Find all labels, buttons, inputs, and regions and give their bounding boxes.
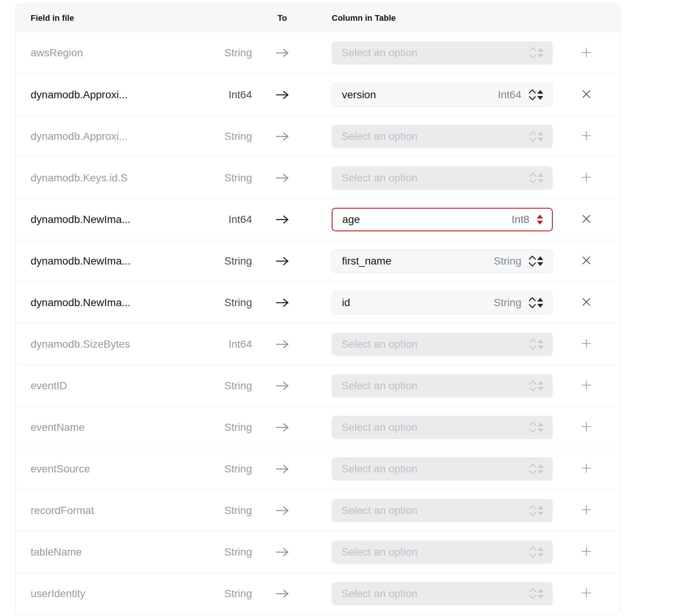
arrow-right-icon: [252, 464, 312, 474]
row-action-button[interactable]: [577, 377, 595, 395]
close-icon: [581, 297, 591, 308]
row-action-button[interactable]: [577, 460, 595, 478]
mapping-rows: awsRegion String Select an option: [15, 32, 620, 614]
column-select[interactable]: version Int64: [332, 83, 553, 107]
field-name-label: eventID: [31, 380, 189, 392]
plus-icon: [581, 338, 592, 350]
column-select-value: Select an option: [342, 338, 529, 350]
field-name-label: dynamodb.Approxi...: [31, 89, 189, 101]
chevron-updown-icon: [529, 546, 544, 559]
row-action-button[interactable]: [577, 543, 595, 561]
column-select: Select an option: [332, 166, 553, 190]
chevron-updown-icon: [528, 255, 544, 268]
column-type-label: String: [494, 255, 521, 267]
row-action-button[interactable]: [577, 501, 595, 520]
arrow-right-icon: [252, 48, 312, 58]
mapping-row: dynamodb.Approxi... String Select an opt…: [15, 115, 620, 157]
row-action-button[interactable]: [577, 294, 595, 312]
field-type-label: Int64: [189, 214, 252, 226]
close-icon: [581, 214, 591, 225]
field-name-label: dynamodb.NewIma...: [31, 255, 189, 267]
arrow-right-icon: [252, 214, 312, 225]
mapping-row: dynamodb.NewIma... String first_name Str…: [15, 240, 620, 282]
column-select: Select an option: [332, 416, 553, 439]
mapping-row: dynamodb.NewIma... String id String: [15, 282, 620, 323]
mapping-row: eventID String Select an option: [15, 365, 620, 406]
field-name-label: dynamodb.SizeBytes: [31, 338, 189, 350]
column-select-value: Select an option: [342, 505, 529, 517]
column-select-value: Select an option: [342, 130, 529, 142]
header-field-in-file: Field in file: [31, 13, 189, 23]
mapping-row: recordFormat String Select an option: [15, 489, 620, 531]
field-name-label: eventName: [31, 421, 189, 433]
column-select-value: Select an option: [342, 380, 529, 392]
column-select: Select an option: [332, 374, 553, 398]
column-select: Select an option: [332, 41, 553, 65]
mapping-row: eventSource String Select an option: [15, 448, 620, 489]
header-column-in-table: Column in Table: [332, 13, 553, 23]
chevron-updown-icon: [529, 463, 544, 475]
row-action-button[interactable]: [577, 252, 595, 270]
column-select[interactable]: id String: [332, 291, 553, 314]
chevron-updown-icon: [528, 296, 544, 309]
column-select: Select an option: [332, 540, 553, 564]
column-select-value: age: [342, 214, 512, 226]
row-action-button[interactable]: [577, 44, 595, 62]
mapping-row: dynamodb.NewIma... Int64 age Int8: [15, 198, 620, 240]
plus-icon: [581, 463, 592, 475]
mapping-row: dynamodb.Approxi... Int64 version Int64: [15, 74, 620, 115]
field-name-label: dynamodb.Keys.id.S: [31, 172, 189, 184]
close-icon: [581, 255, 591, 266]
field-name-label: dynamodb.Approxi...: [31, 130, 189, 142]
plus-icon: [581, 421, 592, 433]
column-type-label: Int64: [498, 89, 521, 101]
mapping-row: awsRegion String Select an option: [15, 32, 620, 74]
field-name-label: userIdentity: [31, 588, 189, 600]
row-action-button[interactable]: [577, 127, 595, 145]
arrow-right-icon: [252, 381, 312, 391]
column-select: Select an option: [332, 125, 553, 148]
arrow-right-icon: [252, 131, 312, 142]
row-action-button[interactable]: [577, 86, 595, 104]
row-action-button[interactable]: [577, 335, 595, 353]
field-type-label: String: [189, 130, 252, 142]
mapping-row: userIdentity String Select an option: [15, 573, 620, 614]
plus-icon: [581, 587, 592, 600]
chevron-updown-icon: [529, 587, 544, 600]
field-name-label: dynamodb.NewIma...: [31, 214, 189, 226]
column-select: Select an option: [332, 499, 553, 522]
row-action-button[interactable]: [577, 210, 595, 229]
column-select[interactable]: first_name String: [332, 249, 553, 273]
arrow-right-icon: [252, 297, 312, 308]
plus-icon: [581, 504, 592, 517]
column-select: Select an option: [332, 333, 553, 356]
column-type-label: String: [494, 297, 521, 309]
chevron-updown-icon: [529, 46, 544, 59]
field-type-label: String: [189, 297, 252, 309]
plus-icon: [581, 379, 592, 392]
mapping-row: eventName String Select an option: [15, 406, 620, 448]
arrow-right-icon: [252, 588, 312, 599]
plus-icon: [581, 172, 592, 184]
arrow-right-icon: [252, 339, 312, 350]
column-select-value: Select an option: [342, 47, 529, 59]
header-to: To: [252, 13, 312, 23]
field-type-label: Int64: [189, 89, 252, 101]
field-name-label: eventSource: [31, 463, 189, 475]
row-action-button[interactable]: [577, 418, 595, 436]
row-action-button[interactable]: [577, 169, 595, 187]
chevron-updown-icon: [536, 214, 544, 225]
field-type-label: String: [189, 255, 252, 267]
column-select-value: id: [342, 297, 494, 309]
arrow-right-icon: [252, 256, 312, 266]
chevron-updown-icon: [529, 130, 544, 143]
field-type-label: Int64: [189, 338, 252, 350]
table-header: Field in file To Column in Table: [15, 4, 620, 32]
field-type-label: String: [189, 380, 252, 392]
arrow-right-icon: [252, 90, 312, 100]
column-select[interactable]: age Int8: [332, 208, 553, 231]
field-name-label: tableName: [31, 546, 189, 558]
row-action-button[interactable]: [577, 585, 595, 603]
column-select-value: Select an option: [342, 546, 529, 558]
field-name-label: recordFormat: [31, 505, 189, 517]
